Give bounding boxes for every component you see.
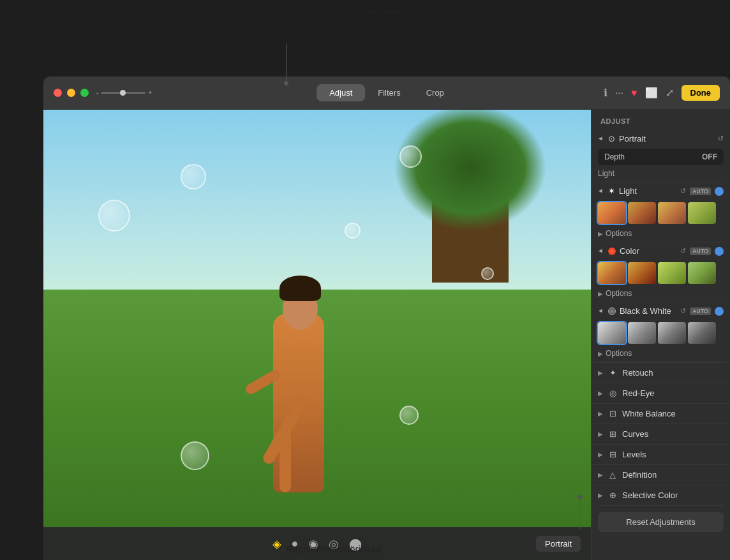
bw-title: Black & White xyxy=(620,306,671,316)
heart-icon[interactable]: ♥ xyxy=(631,87,637,99)
portrait-button[interactable]: Portrait xyxy=(536,536,581,552)
light-thumb-3[interactable] xyxy=(658,202,686,224)
bw-thumb-2[interactable] xyxy=(628,322,656,344)
person-figure xyxy=(235,225,375,492)
light-undo-icon[interactable]: ↺ xyxy=(680,187,686,195)
light-options-chevron-icon: ▶ xyxy=(598,230,603,237)
portrait-light-label: Light xyxy=(592,168,730,182)
view-icon-3[interactable]: ◎ xyxy=(329,537,339,551)
light-options[interactable]: ▶ Options xyxy=(592,226,730,242)
light-options-label: Options xyxy=(606,229,632,238)
section-portrait-header[interactable]: ▼ ⊙ Portrait ↺ xyxy=(592,130,730,147)
curves-item[interactable]: ▶ ⊞ Curves xyxy=(592,424,730,444)
tab-adjust[interactable]: Adjust xyxy=(317,84,365,101)
section-light-header[interactable]: ▼ ✶ Light ↺ AUTO xyxy=(592,182,730,200)
white-balance-label: White Balance xyxy=(622,409,676,418)
light-title: Light xyxy=(619,186,637,196)
color-thumb-3[interactable] xyxy=(658,262,686,284)
light-toggle[interactable] xyxy=(715,187,724,196)
color-thumbs xyxy=(592,260,730,286)
bw-auto-badge[interactable]: AUTO xyxy=(690,307,711,315)
color-thumb-4[interactable] xyxy=(688,262,716,284)
share-icon[interactable]: ⬜ xyxy=(645,87,658,99)
light-icon: ✶ xyxy=(608,186,615,196)
levels-chevron-icon: ▶ xyxy=(598,451,603,458)
tab-crop[interactable]: Crop xyxy=(413,84,457,101)
section-bw-header[interactable]: ▼ Black & White ↺ AUTO xyxy=(592,302,730,320)
brightness-control: - + xyxy=(96,89,152,96)
color-thumb-1[interactable] xyxy=(598,262,626,284)
color-toggle[interactable] xyxy=(715,247,724,256)
selective-color-chevron-icon: ▶ xyxy=(598,492,603,499)
color-chevron-icon: ▼ xyxy=(597,248,604,254)
redeye-chevron-icon: ▶ xyxy=(598,390,603,397)
bw-options-label: Options xyxy=(606,349,632,358)
bw-options-chevron-icon: ▶ xyxy=(598,350,603,357)
titlebar: - + Adjust Filters Crop ℹ ··· ♥ ⬜ ⤢ Done xyxy=(43,77,730,110)
divider-bottom xyxy=(598,505,724,506)
bw-thumb-4[interactable] xyxy=(688,322,716,344)
definition-item[interactable]: ▶ △ Definition xyxy=(592,464,730,485)
light-thumb-4[interactable] xyxy=(688,202,716,224)
retouch-icon: ✦ xyxy=(607,368,618,378)
brightness-slider[interactable] xyxy=(101,92,145,94)
portrait-mode-icon[interactable]: ◈ xyxy=(272,537,281,551)
definition-icon: △ xyxy=(607,470,618,480)
light-controls: ↺ AUTO xyxy=(680,187,724,196)
photo-area: ◈ ● ◉ ◎ ⬤ Portrait xyxy=(43,110,591,560)
bottom-toolbar: ◈ ● ◉ ◎ ⬤ Portrait xyxy=(43,527,591,560)
light-thumb-2[interactable] xyxy=(628,202,656,224)
tab-filters[interactable]: Filters xyxy=(365,84,413,101)
light-thumb-1[interactable] xyxy=(598,202,626,224)
bw-thumbs xyxy=(592,320,730,346)
selective-color-item[interactable]: ▶ ⊕ Selective Color xyxy=(592,485,730,505)
done-button[interactable]: Done xyxy=(682,85,720,101)
color-undo-icon[interactable]: ↺ xyxy=(680,247,686,255)
levels-label: Levels xyxy=(622,450,646,459)
color-dot-icon xyxy=(608,247,616,255)
section-light-left: ▼ ✶ Light xyxy=(598,186,637,196)
view-icon-2[interactable]: ◉ xyxy=(308,537,318,551)
brightness-min-icon: - xyxy=(96,89,98,96)
color-auto-badge[interactable]: AUTO xyxy=(690,247,711,255)
close-button[interactable] xyxy=(54,89,62,97)
color-thumb-2[interactable] xyxy=(628,262,656,284)
section-bw-left: ▼ Black & White xyxy=(598,306,671,316)
sidebar: ADJUST ▼ ⊙ Portrait ↺ Depth OFF Light xyxy=(591,110,730,560)
retouch-item[interactable]: ▶ ✦ Retouch xyxy=(592,362,730,383)
bubble-3 xyxy=(399,145,422,168)
color-options[interactable]: ▶ Options xyxy=(592,286,730,302)
bw-options[interactable]: ▶ Options xyxy=(592,346,730,362)
bw-undo-icon[interactable]: ↺ xyxy=(680,307,686,315)
main-area: ◈ ● ◉ ◎ ⬤ Portrait ADJUST ▼ ⊙ Portrait xyxy=(43,110,730,560)
depth-row: Depth OFF xyxy=(598,149,724,165)
light-thumbs xyxy=(592,200,730,226)
curves-icon: ⊞ xyxy=(607,429,618,439)
minimize-button[interactable] xyxy=(67,89,75,97)
reset-adjustments-button[interactable]: Reset Adjustments xyxy=(598,512,724,532)
portrait-undo-icon[interactable]: ↺ xyxy=(718,135,724,143)
info-icon[interactable]: ℹ xyxy=(604,87,607,99)
white-balance-item[interactable]: ▶ ⊡ White Balance xyxy=(592,403,730,424)
levels-item[interactable]: ▶ ⊟ Levels xyxy=(592,444,730,464)
bw-thumb-3[interactable] xyxy=(658,322,686,344)
bw-chevron-icon: ▼ xyxy=(597,308,604,314)
curves-label: Curves xyxy=(622,429,648,439)
view-icon-4[interactable]: ⬤ xyxy=(349,537,362,551)
redeye-item[interactable]: ▶ ◎ Red-Eye xyxy=(592,383,730,403)
more-icon[interactable]: ··· xyxy=(615,87,623,99)
bw-toggle[interactable] xyxy=(715,307,724,316)
light-auto-badge[interactable]: AUTO xyxy=(690,188,711,195)
fullscreen-button[interactable] xyxy=(80,89,89,97)
bubble-6 xyxy=(181,441,209,470)
section-light: ▼ ✶ Light ↺ AUTO xyxy=(592,182,730,242)
section-portrait: ▼ ⊙ Portrait ↺ Depth OFF Light xyxy=(592,130,730,182)
bw-thumb-1[interactable] xyxy=(598,322,626,344)
section-color-header[interactable]: ▼ Color ↺ AUTO xyxy=(592,242,730,260)
callout-top: Klõpsake fotode reguleerimiseks, filtrit… xyxy=(0,0,730,83)
view-icon-1[interactable]: ● xyxy=(292,537,299,550)
definition-label: Definition xyxy=(622,470,657,480)
left-leg xyxy=(279,429,291,492)
brightness-max-icon: + xyxy=(148,89,152,96)
crop-icon[interactable]: ⤢ xyxy=(666,87,674,99)
